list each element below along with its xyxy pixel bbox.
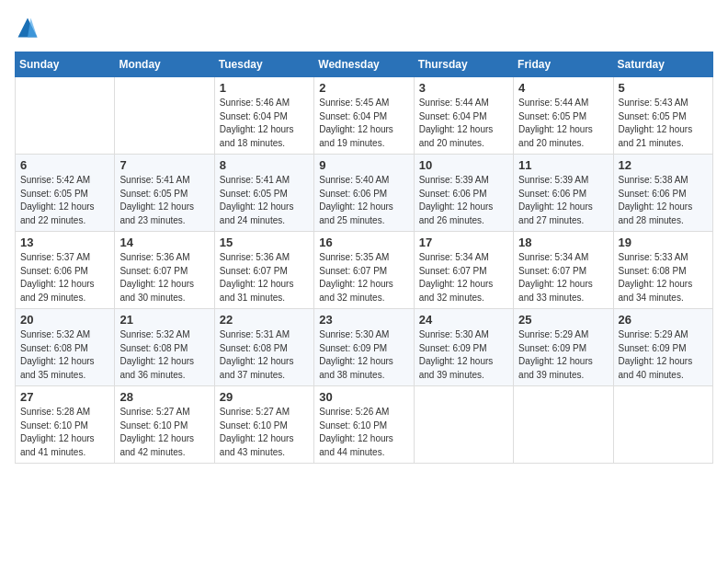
day-number: 26 (619, 313, 708, 327)
day-number: 27 (20, 390, 109, 404)
cell-content: Sunrise: 5:27 AM Sunset: 6:10 PM Dayligh… (220, 406, 309, 459)
calendar-cell: 9Sunrise: 5:40 AM Sunset: 6:06 PM Daylig… (314, 155, 414, 232)
cell-content: Sunrise: 5:37 AM Sunset: 6:06 PM Dayligh… (20, 251, 109, 304)
cell-content: Sunrise: 5:28 AM Sunset: 6:10 PM Dayligh… (20, 406, 109, 459)
cell-content: Sunrise: 5:46 AM Sunset: 6:04 PM Dayligh… (220, 97, 309, 150)
calendar-day-header: Monday (115, 52, 214, 77)
day-number: 9 (319, 158, 408, 172)
calendar-cell: 6Sunrise: 5:42 AM Sunset: 6:05 PM Daylig… (16, 155, 115, 232)
day-number: 13 (20, 236, 109, 249)
day-number: 6 (20, 158, 109, 172)
calendar-week-row: 20Sunrise: 5:32 AM Sunset: 6:08 PM Dayli… (16, 309, 713, 386)
cell-content: Sunrise: 5:44 AM Sunset: 6:05 PM Dayligh… (518, 97, 608, 150)
day-number: 22 (220, 313, 309, 327)
calendar-cell: 27Sunrise: 5:28 AM Sunset: 6:10 PM Dayli… (16, 386, 115, 464)
calendar-week-row: 1Sunrise: 5:46 AM Sunset: 6:04 PM Daylig… (16, 77, 713, 155)
day-number: 8 (220, 158, 309, 172)
calendar-cell: 20Sunrise: 5:32 AM Sunset: 6:08 PM Dayli… (16, 309, 115, 386)
day-number: 1 (220, 81, 309, 95)
day-number: 5 (619, 81, 708, 95)
day-number: 11 (518, 158, 608, 172)
day-number: 4 (518, 81, 608, 95)
day-number: 30 (319, 390, 408, 404)
day-number: 16 (319, 236, 408, 249)
cell-content: Sunrise: 5:34 AM Sunset: 6:07 PM Dayligh… (419, 251, 508, 304)
page-header (15, 15, 713, 40)
calendar-header-row: SundayMondayTuesdayWednesdayThursdayFrid… (16, 52, 713, 77)
day-number: 12 (619, 158, 708, 172)
cell-content: Sunrise: 5:33 AM Sunset: 6:08 PM Dayligh… (619, 251, 708, 304)
calendar-cell: 21Sunrise: 5:32 AM Sunset: 6:08 PM Dayli… (115, 309, 214, 386)
cell-content: Sunrise: 5:38 AM Sunset: 6:06 PM Dayligh… (619, 174, 708, 227)
calendar-cell: 12Sunrise: 5:38 AM Sunset: 6:06 PM Dayli… (613, 155, 712, 232)
cell-content: Sunrise: 5:30 AM Sunset: 6:09 PM Dayligh… (419, 328, 508, 382)
cell-content: Sunrise: 5:41 AM Sunset: 6:05 PM Dayligh… (220, 174, 309, 227)
calendar-cell (16, 77, 115, 155)
day-number: 20 (20, 313, 109, 327)
calendar-cell: 11Sunrise: 5:39 AM Sunset: 6:06 PM Dayli… (514, 155, 613, 232)
calendar-cell: 16Sunrise: 5:35 AM Sunset: 6:07 PM Dayli… (314, 232, 414, 309)
calendar-cell: 17Sunrise: 5:34 AM Sunset: 6:07 PM Dayli… (414, 232, 513, 309)
day-number: 17 (419, 236, 508, 249)
calendar-cell: 15Sunrise: 5:36 AM Sunset: 6:07 PM Dayli… (214, 232, 313, 309)
cell-content: Sunrise: 5:42 AM Sunset: 6:05 PM Dayligh… (20, 174, 109, 227)
calendar-cell: 3Sunrise: 5:44 AM Sunset: 6:04 PM Daylig… (414, 77, 513, 155)
cell-content: Sunrise: 5:36 AM Sunset: 6:07 PM Dayligh… (220, 251, 309, 304)
cell-content: Sunrise: 5:29 AM Sunset: 6:09 PM Dayligh… (518, 328, 608, 382)
cell-content: Sunrise: 5:40 AM Sunset: 6:06 PM Dayligh… (319, 174, 408, 227)
day-number: 3 (419, 81, 508, 95)
calendar-cell: 22Sunrise: 5:31 AM Sunset: 6:08 PM Dayli… (214, 309, 313, 386)
calendar-cell: 30Sunrise: 5:26 AM Sunset: 6:10 PM Dayli… (314, 386, 414, 464)
calendar-cell: 28Sunrise: 5:27 AM Sunset: 6:10 PM Dayli… (115, 386, 214, 464)
cell-content: Sunrise: 5:39 AM Sunset: 6:06 PM Dayligh… (518, 174, 608, 227)
day-number: 14 (119, 236, 209, 249)
calendar-cell (115, 77, 214, 155)
cell-content: Sunrise: 5:41 AM Sunset: 6:05 PM Dayligh… (119, 174, 209, 227)
cell-content: Sunrise: 5:36 AM Sunset: 6:07 PM Dayligh… (119, 251, 209, 304)
logo (15, 15, 44, 40)
calendar-cell: 1Sunrise: 5:46 AM Sunset: 6:04 PM Daylig… (214, 77, 313, 155)
calendar-cell (613, 386, 712, 464)
calendar-cell: 5Sunrise: 5:43 AM Sunset: 6:05 PM Daylig… (613, 77, 712, 155)
cell-content: Sunrise: 5:26 AM Sunset: 6:10 PM Dayligh… (319, 406, 408, 459)
day-number: 23 (319, 313, 408, 327)
calendar-table: SundayMondayTuesdayWednesdayThursdayFrid… (15, 52, 713, 464)
cell-content: Sunrise: 5:44 AM Sunset: 6:04 PM Dayligh… (419, 97, 508, 150)
calendar-cell: 19Sunrise: 5:33 AM Sunset: 6:08 PM Dayli… (613, 232, 712, 309)
calendar-cell: 4Sunrise: 5:44 AM Sunset: 6:05 PM Daylig… (514, 77, 613, 155)
cell-content: Sunrise: 5:30 AM Sunset: 6:09 PM Dayligh… (319, 328, 408, 382)
cell-content: Sunrise: 5:45 AM Sunset: 6:04 PM Dayligh… (319, 97, 408, 150)
calendar-week-row: 13Sunrise: 5:37 AM Sunset: 6:06 PM Dayli… (16, 232, 713, 309)
calendar-day-header: Friday (514, 52, 613, 77)
calendar-day-header: Tuesday (214, 52, 313, 77)
day-number: 21 (119, 313, 209, 327)
calendar-week-row: 27Sunrise: 5:28 AM Sunset: 6:10 PM Dayli… (16, 386, 713, 464)
calendar-cell: 29Sunrise: 5:27 AM Sunset: 6:10 PM Dayli… (214, 386, 313, 464)
day-number: 2 (319, 81, 408, 95)
calendar-cell: 10Sunrise: 5:39 AM Sunset: 6:06 PM Dayli… (414, 155, 513, 232)
cell-content: Sunrise: 5:32 AM Sunset: 6:08 PM Dayligh… (119, 328, 209, 382)
calendar-week-row: 6Sunrise: 5:42 AM Sunset: 6:05 PM Daylig… (16, 155, 713, 232)
cell-content: Sunrise: 5:32 AM Sunset: 6:08 PM Dayligh… (20, 328, 109, 382)
cell-content: Sunrise: 5:34 AM Sunset: 6:07 PM Dayligh… (518, 251, 608, 304)
cell-content: Sunrise: 5:35 AM Sunset: 6:07 PM Dayligh… (319, 251, 408, 304)
calendar-cell: 24Sunrise: 5:30 AM Sunset: 6:09 PM Dayli… (414, 309, 513, 386)
calendar-cell: 23Sunrise: 5:30 AM Sunset: 6:09 PM Dayli… (314, 309, 414, 386)
day-number: 29 (220, 390, 309, 404)
day-number: 15 (220, 236, 309, 249)
calendar-cell: 25Sunrise: 5:29 AM Sunset: 6:09 PM Dayli… (514, 309, 613, 386)
calendar-cell (414, 386, 513, 464)
day-number: 10 (419, 158, 508, 172)
calendar-cell: 2Sunrise: 5:45 AM Sunset: 6:04 PM Daylig… (314, 77, 414, 155)
calendar-cell: 7Sunrise: 5:41 AM Sunset: 6:05 PM Daylig… (115, 155, 214, 232)
calendar-cell: 18Sunrise: 5:34 AM Sunset: 6:07 PM Dayli… (514, 232, 613, 309)
cell-content: Sunrise: 5:29 AM Sunset: 6:09 PM Dayligh… (619, 328, 708, 382)
calendar-cell: 14Sunrise: 5:36 AM Sunset: 6:07 PM Dayli… (115, 232, 214, 309)
calendar-day-header: Wednesday (314, 52, 414, 77)
calendar-cell: 26Sunrise: 5:29 AM Sunset: 6:09 PM Dayli… (613, 309, 712, 386)
calendar-day-header: Thursday (414, 52, 513, 77)
day-number: 7 (119, 158, 209, 172)
day-number: 25 (518, 313, 608, 327)
calendar-cell: 8Sunrise: 5:41 AM Sunset: 6:05 PM Daylig… (214, 155, 313, 232)
day-number: 24 (419, 313, 508, 327)
